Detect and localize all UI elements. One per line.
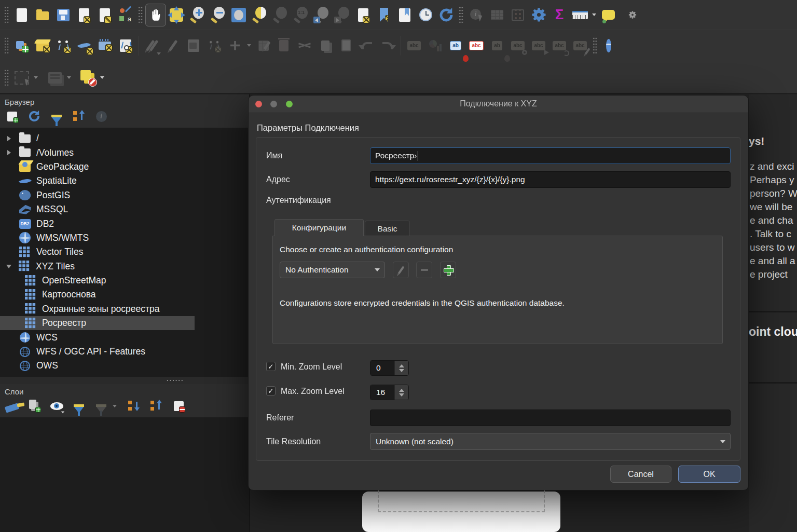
splitter-handle[interactable] (166, 379, 184, 381)
identify-features-button[interactable]: i (466, 4, 487, 26)
temporal-controller-button[interactable] (415, 4, 436, 26)
save-project-button[interactable] (53, 4, 74, 26)
processing-toolbox-button[interactable] (528, 4, 549, 26)
current-edits-button[interactable] (142, 34, 162, 57)
save-edits-button[interactable] (183, 34, 204, 57)
browser-item-spatialite[interactable]: SpatiaLite (0, 174, 249, 188)
pan-map-button[interactable] (145, 4, 166, 26)
pin-unpin-labels-button[interactable]: ab (487, 34, 507, 57)
vertex-tool-dropdown-arrow[interactable] (247, 44, 251, 47)
browser-item-openstreetmap[interactable]: OpenStreetMap (0, 274, 249, 288)
redo-button[interactable] (377, 34, 398, 57)
name-input[interactable]: Росреестр› (370, 147, 731, 164)
browser-item-xyz-tiles[interactable]: XYZ Tiles (0, 260, 249, 274)
show-bookmarks-button[interactable] (374, 4, 394, 26)
metasearch-button[interactable] (600, 34, 611, 57)
new-shapefile-button[interactable] (53, 34, 74, 57)
project-template-card[interactable] (362, 492, 560, 532)
toolbar-grip[interactable] (4, 6, 9, 24)
undo-button[interactable] (356, 34, 377, 57)
spin-down-icon[interactable] (399, 393, 404, 397)
highlight-pinned-labels-button[interactable]: abc (466, 34, 487, 57)
browser-item-volumes[interactable]: /Volumes (0, 145, 249, 159)
new-virtual-layer-button[interactable] (94, 34, 115, 57)
attribute-table-button[interactable] (487, 4, 507, 26)
map-tips-button[interactable] (598, 4, 619, 26)
add-auth-config-button[interactable] (440, 262, 456, 278)
change-label-button[interactable]: abc (570, 34, 590, 57)
collapse-all-layers-button[interactable] (149, 399, 163, 413)
move-label-button[interactable]: abc (528, 34, 549, 57)
layers-list-empty[interactable] (0, 417, 249, 516)
new-memory-layer-button[interactable] (115, 34, 136, 57)
zoom-last-button[interactable] (311, 4, 332, 26)
layer-labeling-button[interactable]: abc (404, 34, 424, 57)
select-by-value-dropdown-arrow[interactable] (67, 76, 71, 79)
open-layer-styling-button[interactable] (5, 399, 19, 413)
show-hide-labels-button[interactable]: abc (507, 34, 528, 57)
filter-browser-button[interactable] (50, 110, 63, 123)
address-input[interactable]: https://gext.ru/rosreestr_xyz/{z}/{x}/{y… (370, 171, 731, 188)
chevron-right-icon[interactable] (7, 150, 11, 155)
options-gear-button[interactable] (622, 4, 637, 26)
rotate-label-button[interactable]: abc (549, 34, 570, 57)
spin-up-icon[interactable] (399, 364, 404, 367)
tile-resolution-select[interactable]: Unknown (not scaled) (370, 433, 731, 450)
zoom-native-button[interactable]: 1:1 (291, 4, 311, 26)
filter-legend-button[interactable] (72, 399, 86, 413)
deselect-all-dropdown-arrow[interactable] (100, 76, 104, 79)
spin-down-icon[interactable] (399, 369, 404, 372)
project-properties-button[interactable] (94, 4, 115, 26)
min-zoom-checkbox[interactable]: ✓ (266, 362, 276, 371)
browser-item-ows[interactable]: OWS (0, 359, 249, 373)
delete-selected-button[interactable] (273, 34, 294, 57)
toolbar-grip[interactable] (138, 6, 143, 24)
zoom-next-button[interactable] (332, 4, 353, 26)
dock-splitter[interactable] (0, 377, 250, 384)
cancel-button[interactable]: Cancel (610, 466, 671, 483)
collapse-all-button[interactable] (72, 110, 86, 123)
style-manager-button[interactable] (74, 4, 94, 26)
modify-attributes-button[interactable] (253, 34, 273, 57)
max-zoom-checkbox[interactable]: ✓ (266, 386, 276, 395)
min-zoom-spinbox[interactable]: 0 (370, 360, 409, 376)
browser-item-kartoosnova[interactable]: Картооснова (0, 288, 249, 302)
remove-layer-button[interactable] (172, 399, 185, 413)
browser-item-wms[interactable]: WMS/WMTS (0, 231, 249, 245)
zoom-out-button[interactable] (208, 4, 228, 26)
ok-button[interactable]: OK (678, 466, 740, 483)
browser-item-vector-tiles[interactable]: Vector Tiles (0, 245, 249, 259)
new-spatialite-button[interactable] (74, 34, 94, 57)
open-project-button[interactable] (32, 4, 53, 26)
toolbar-grip[interactable] (459, 6, 464, 24)
layer-styling-button[interactable]: a (115, 4, 136, 26)
measure-dropdown-arrow[interactable] (592, 13, 596, 16)
layer-diagram-button[interactable] (424, 34, 445, 57)
bookmark-manager-button[interactable] (394, 4, 415, 26)
toolbar-grip[interactable] (4, 69, 9, 87)
statistics-sigma-button[interactable]: Σ (549, 4, 570, 26)
add-selected-layers-button[interactable] (5, 110, 19, 123)
zoom-in-button[interactable] (187, 4, 208, 26)
cut-features-button[interactable] (294, 34, 315, 57)
select-by-value-button[interactable] (45, 66, 65, 89)
browser-item-geopackage[interactable]: GeoPackage (0, 160, 249, 174)
referer-input[interactable] (370, 410, 731, 426)
copy-features-button[interactable] (315, 34, 336, 57)
browser-item-rosreestr[interactable]: Росреестр (0, 316, 195, 330)
browser-item-wcs[interactable]: WCS (0, 330, 249, 344)
dialog-titlebar[interactable]: Подключение к XYZ (249, 96, 748, 113)
new-bookmark-button[interactable] (353, 4, 374, 26)
chevron-down-icon[interactable] (6, 265, 11, 268)
refresh-browser-button[interactable] (28, 110, 41, 123)
data-source-manager-button[interactable] (11, 34, 32, 57)
deselect-all-button[interactable] (78, 66, 99, 89)
digitize-points-button[interactable] (204, 34, 225, 57)
max-zoom-spinbox[interactable]: 16 (370, 385, 409, 400)
zoom-to-selection-button[interactable] (249, 4, 270, 26)
browser-item-mssql[interactable]: MSSQL (0, 202, 249, 216)
browser-item-db2[interactable]: DB2 DB2 (0, 216, 249, 230)
manage-map-themes-button[interactable] (50, 399, 63, 413)
pin-labels-button[interactable]: ab (445, 34, 466, 57)
refresh-map-button[interactable] (436, 4, 457, 26)
